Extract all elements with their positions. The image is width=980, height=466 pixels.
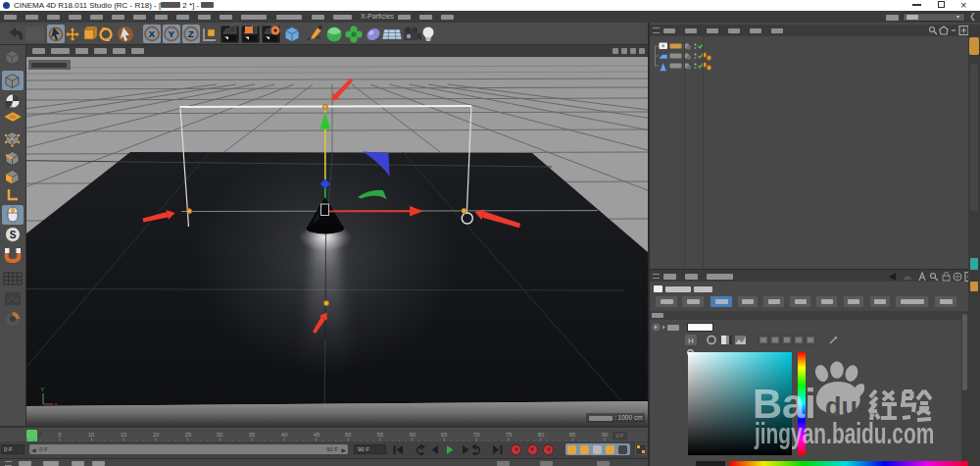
svg-text:X: X bbox=[54, 402, 58, 408]
svg-text:Y: Y bbox=[40, 387, 44, 392]
svg-text:X: X bbox=[149, 28, 156, 39]
svg-text:Z: Z bbox=[188, 28, 194, 39]
svg-text:du: du bbox=[825, 392, 858, 422]
svg-text:H: H bbox=[688, 337, 694, 345]
svg-text:Y: Y bbox=[169, 28, 175, 39]
svg-text:S: S bbox=[10, 230, 17, 240]
